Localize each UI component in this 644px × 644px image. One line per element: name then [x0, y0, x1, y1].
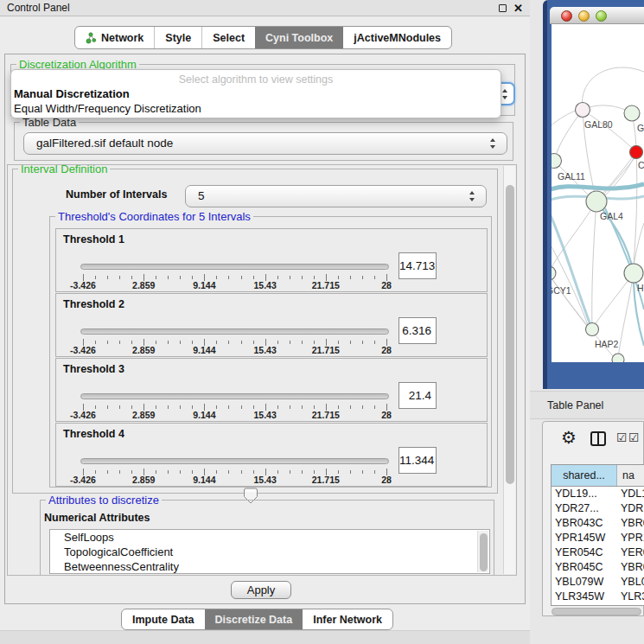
tab-impute-data[interactable]: Impute Data: [122, 609, 205, 629]
tab-discretize-data-label: Discretize Data: [215, 614, 293, 626]
tab-select-label: Select: [213, 32, 245, 44]
cell-shared-name[interactable]: YDR27...: [552, 501, 617, 516]
checkbox-icon[interactable]: ☑: [628, 430, 640, 444]
table-row[interactable]: YPR145W YPR1: [552, 531, 644, 545]
cell-shared-name[interactable]: YBR045C: [552, 560, 617, 575]
checkbox-icon[interactable]: ☑: [616, 430, 628, 444]
threshold-value-field[interactable]: 21.4: [399, 382, 437, 409]
network-node-h[interactable]: [624, 264, 643, 283]
minimize-traffic-light[interactable]: [578, 10, 590, 22]
node-label-clipped: H: [637, 283, 644, 293]
tab-style[interactable]: Style: [154, 27, 201, 48]
table-row[interactable]: YER054C YER0: [552, 545, 644, 560]
cell-shared-name[interactable]: YIL052C: [552, 604, 617, 606]
zoom-traffic-light[interactable]: [596, 10, 607, 22]
numerical-attributes-list: SelfLoopsTopologicalCoefficientBetweenne…: [49, 529, 490, 574]
column-header-shared-name[interactable]: shared...: [552, 465, 617, 486]
table-panel-header: Table Panel: [530, 391, 644, 419]
threshold-value-field[interactable]: 11.344: [399, 447, 437, 474]
table-row[interactable]: YBR045C YBR0: [552, 560, 644, 575]
slider-track[interactable]: [80, 458, 389, 464]
column-header-name[interactable]: na: [617, 465, 644, 486]
settings-vertical-scrollbar[interactable]: [503, 166, 515, 574]
tab-infer-network[interactable]: Infer Network: [303, 609, 392, 629]
cell-shared-name[interactable]: YPR145W: [552, 531, 617, 545]
tab-select[interactable]: Select: [201, 27, 255, 48]
cell-name[interactable]: YBR0: [617, 516, 644, 531]
node-label-clipped: C: [638, 160, 644, 170]
network-node[interactable]: [612, 354, 624, 362]
cell-name[interactable]: YDL1: [617, 487, 644, 501]
table-horizontal-scrollbar[interactable]: [552, 608, 641, 615]
network-node-selected-red[interactable]: [630, 146, 643, 159]
table-row[interactable]: YDR27... YDR2: [552, 501, 644, 516]
network-canvas[interactable]: GAL80 G C GAL11 GAL4 GCY1 H HAP2: [552, 24, 644, 362]
combo-arrows-icon: [490, 138, 496, 149]
table-row[interactable]: YBR043C YBR0: [552, 516, 644, 531]
cell-name[interactable]: YIL0: [617, 604, 644, 606]
cell-name[interactable]: YDR2: [617, 501, 644, 516]
slider-track[interactable]: [80, 328, 389, 335]
threshold-panel: Threshold 2: [55, 293, 488, 357]
cell-shared-name[interactable]: YER054C: [552, 545, 617, 560]
threshold-panel: Threshold 3: [55, 358, 488, 422]
network-node-hap2[interactable]: [586, 323, 599, 336]
scrollbar-thumb[interactable]: [480, 533, 488, 571]
tab-discretize-data[interactable]: Discretize Data: [205, 609, 303, 629]
cell-shared-name[interactable]: YLR345W: [552, 590, 617, 604]
columns-icon[interactable]: [590, 431, 606, 446]
network-node-gal80[interactable]: [576, 103, 590, 118]
node-label-gcy1: GCY1: [552, 285, 571, 296]
close-traffic-light[interactable]: [561, 10, 572, 22]
spinner-arrows-icon: [469, 191, 475, 201]
slider-track[interactable]: [80, 393, 389, 399]
tab-network[interactable]: Network: [75, 27, 154, 48]
close-icon[interactable]: ✕: [513, 0, 523, 16]
threshold-label: Threshold 2: [63, 298, 124, 310]
threshold-value-field[interactable]: 14.713: [399, 252, 437, 279]
number-of-intervals-spinner[interactable]: 5: [185, 185, 487, 207]
threshold-value-field[interactable]: 6.316: [399, 317, 437, 344]
network-node[interactable]: [624, 105, 640, 121]
table-row[interactable]: YBL079W YBL0: [552, 575, 644, 590]
gear-icon[interactable]: ⚙: [561, 428, 577, 447]
attribute-item[interactable]: TopologicalCoefficient: [50, 545, 489, 559]
threshold-panel: Threshold 1: [55, 228, 488, 292]
cell-name[interactable]: YPR1: [617, 531, 644, 545]
interval-definition-group: Interval Definition Number of Intervals …: [12, 169, 498, 494]
table-row[interactable]: YIL052C YIL0: [552, 604, 644, 606]
node-label-gal11: GAL11: [558, 171, 585, 182]
apply-button[interactable]: Apply: [231, 581, 291, 599]
cyni-toolbox-panel: Discretization Algorithm Select algorith…: [4, 54, 526, 604]
algorithm-option-equal-width[interactable]: Equal Width/Frequency Discretization: [13, 101, 499, 116]
attribute-item[interactable]: BetweennessCentrality: [50, 559, 489, 574]
cell-shared-name[interactable]: YBR043C: [552, 516, 617, 531]
node-attribute-table: shared... na YDL19... YDL1 YDR27... YDR2…: [551, 464, 644, 606]
slider-tick-labels: -3.4262.8599.14415.4321.71528: [83, 280, 386, 290]
table-row[interactable]: YDL19... YDL1: [552, 487, 644, 501]
float-window-icon[interactable]: [499, 4, 507, 12]
cell-name[interactable]: YER0: [617, 545, 644, 560]
cell-shared-name[interactable]: YBL079W: [552, 575, 617, 590]
table-row[interactable]: YLR345W YLR3: [552, 590, 644, 604]
tab-cyni-toolbox[interactable]: Cyni Toolbox: [255, 27, 343, 48]
attributes-scrollbar[interactable]: [477, 531, 488, 572]
slider-track[interactable]: [80, 264, 389, 270]
network-node-gcy1[interactable]: [552, 266, 556, 280]
cell-name[interactable]: YBR0: [617, 560, 644, 575]
table-data-combobox-value: galFiltered.sif default node: [24, 133, 507, 154]
network-node-gal11[interactable]: [552, 154, 562, 169]
cell-shared-name[interactable]: YDL19...: [552, 487, 617, 501]
cell-name[interactable]: YLR3: [617, 590, 644, 604]
network-node-gal4[interactable]: [586, 191, 607, 212]
table-panel-title: Table Panel: [547, 399, 603, 411]
tab-jactivemnodules[interactable]: jActiveMNodules: [343, 27, 451, 48]
control-panel: Control Panel ✕ Network Style Select Cyn…: [0, 0, 530, 644]
cell-name[interactable]: YBL0: [617, 575, 644, 590]
attribute-item[interactable]: SelfLoops: [50, 530, 489, 545]
algorithm-option-manual[interactable]: Manual Discretization: [13, 86, 499, 101]
table-data-combobox[interactable]: galFiltered.sif default node: [23, 132, 507, 155]
tab-style-label: Style: [165, 32, 191, 44]
scrollbar-thumb[interactable]: [506, 185, 514, 484]
attributes-group-label: Attributes to discretize: [46, 494, 162, 507]
